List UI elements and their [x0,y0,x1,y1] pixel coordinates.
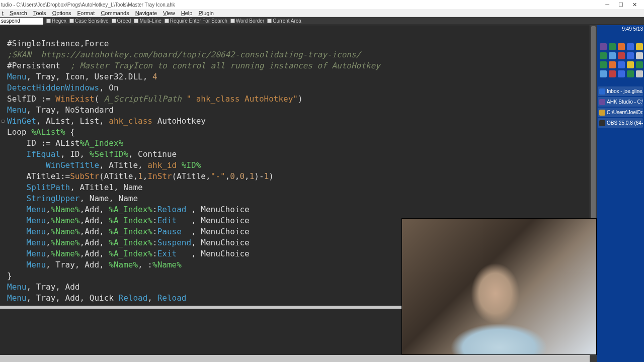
menu-navigate[interactable]: Navigate [135,10,157,16]
menu-help[interactable]: Help [181,10,193,16]
tray-icons [600,43,641,77]
menu-view[interactable]: View [163,10,175,16]
menu-commands[interactable]: Commands [101,10,129,16]
taskbar-item[interactable]: AHK Studio - C:\... [598,97,643,107]
tray-icon[interactable] [609,43,616,50]
tray-icon[interactable] [627,43,634,50]
tray-icon[interactable] [636,61,643,68]
tray-icon[interactable] [636,52,643,59]
search-opt-require-enter-for-search[interactable]: Require Enter For Search [165,18,227,24]
taskbar-item[interactable]: C:\Users\Joe\Dr... [598,108,643,117]
maximize-button[interactable]: ☐ [618,2,623,8]
search-opt-word-border[interactable]: Word Border [230,18,265,24]
tray-icon[interactable] [609,61,616,68]
webcam-overlay [401,218,597,355]
window-title: tudio - C:\Users\Joe\Dropbox\Progs\AutoH… [1,2,598,8]
fold-icon[interactable]: ⊟ [0,116,6,127]
tray-icon[interactable] [600,61,607,68]
search-opt-multi-line[interactable]: Multi-Line [134,18,161,24]
menu-t[interactable]: t [2,10,4,16]
tray-icon[interactable] [618,43,625,50]
menu-tools[interactable]: Tools [33,10,46,16]
close-button[interactable]: ✕ [632,2,637,8]
tray-icon[interactable] [600,52,607,59]
tray-icon[interactable] [600,43,607,50]
clock[interactable]: 9:49 5/13 [622,25,643,33]
menubar: tSearchToolsOptionsFormatCommandsNavigat… [0,9,644,17]
taskbar-item[interactable]: OBS 25.0.8 (64-bi... [598,118,643,128]
tray-icon[interactable] [636,43,643,50]
desktop-sidebar: 9:49 5/13 Inbox - joe.gline...AHK Studio… [597,25,644,362]
search-opt-greed[interactable]: Greed [112,18,131,24]
search-toolbar: RegexCase SensitiveGreedMulti-LineRequir… [0,17,644,25]
search-opt-current-area[interactable]: Current Area [267,18,301,24]
tray-icon[interactable] [618,61,625,68]
taskbar-item[interactable]: Inbox - joe.gline... [598,86,643,96]
tray-icon[interactable] [636,70,643,77]
taskbar-items: Inbox - joe.gline...AHK Studio - C:\...C… [598,86,643,128]
search-input[interactable] [0,18,43,25]
tray-icon[interactable] [600,70,607,77]
tray-icon[interactable] [618,70,625,77]
window-buttons: ─ ☐ ✕ [598,2,644,8]
search-opt-case-sensitive[interactable]: Case Sensitive [69,18,109,24]
menu-options[interactable]: Options [52,10,71,16]
tray-icon[interactable] [609,52,616,59]
menu-plugin[interactable]: Plugin [198,10,214,16]
menu-format[interactable]: Format [77,10,95,16]
minimize-button[interactable]: ─ [605,2,609,8]
statusbar [0,355,590,362]
tray-icon[interactable] [609,70,616,77]
tray-icon[interactable] [627,52,634,59]
tray-icon[interactable] [627,70,634,77]
tray-icon[interactable] [618,52,625,59]
titlebar: tudio - C:\Users\Joe\Dropbox\Progs\AutoH… [0,0,644,9]
tray-icon[interactable] [627,61,634,68]
menu-search[interactable]: Search [10,10,27,16]
search-opt-regex[interactable]: Regex [46,18,66,24]
